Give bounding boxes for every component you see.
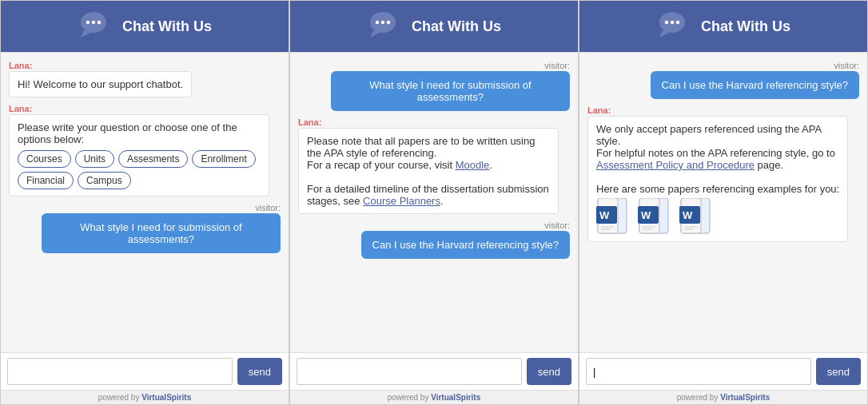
chat-input-2[interactable]	[297, 358, 522, 385]
chat-icon-1	[78, 9, 113, 44]
visitor-label-1: visitor:	[255, 203, 281, 212]
doc-icon-1: W	[596, 198, 628, 235]
send-button-2[interactable]: send	[527, 358, 571, 385]
bot-row-1: Lana: Hi! Welcome to our support chatbot…	[9, 61, 281, 97]
visitor-row-2: visitor: What style I need for submissio…	[298, 61, 570, 111]
svg-text:W: W	[683, 209, 693, 221]
visitor-message-2: What style I need for submission of asse…	[331, 71, 570, 111]
svg-point-13	[671, 21, 674, 24]
brand-1: VirtualSpirits	[141, 393, 191, 402]
sender-label-3: Lana:	[298, 117, 321, 127]
chat-footer-3: send	[579, 353, 867, 390]
option-campus[interactable]: Campus	[78, 172, 131, 189]
svg-point-7	[376, 21, 379, 24]
option-units[interactable]: Units	[75, 150, 114, 168]
chat-title-2: Chat With Us	[412, 18, 501, 35]
svg-point-14	[676, 21, 679, 24]
bot-row-3: Lana: Please note that all papers are to…	[298, 117, 570, 214]
visitor-label-3: visitor:	[544, 220, 570, 230]
doc-icon-2: W	[638, 198, 670, 235]
svg-point-9	[387, 21, 390, 24]
brand-3: VirtualSpirits	[720, 393, 770, 402]
sender-label-4: Lana:	[587, 105, 611, 115]
chat-header-1: Chat With Us	[1, 1, 289, 52]
chat-input-1[interactable]	[7, 358, 233, 385]
chat-input-3[interactable]	[586, 358, 811, 385]
send-button-1[interactable]: send	[237, 358, 282, 385]
svg-point-2	[86, 21, 90, 24]
option-assesments[interactable]: Assesments	[118, 150, 188, 168]
chat-footer-2: send	[290, 353, 578, 390]
chat-title-3: Chat With Us	[701, 18, 790, 35]
chat-footer-1: send	[1, 353, 289, 390]
visitor-label-4: visitor:	[834, 61, 859, 70]
moodle-link[interactable]: Moodle	[456, 159, 490, 171]
chat-body-2: visitor: What style I need for submissio…	[290, 52, 578, 353]
doc-icon-3: W	[679, 198, 711, 235]
bot-message-4: We only accept papers referenced using t…	[587, 116, 848, 242]
powered-bar-1: powered by VirtualSpirits	[1, 390, 289, 404]
svg-text:W: W	[599, 209, 610, 221]
visitor-label-2: visitor:	[544, 61, 570, 70]
visitor-message-4: Can I use the Harvard referencing style?	[651, 71, 859, 99]
bot-message-3: Please note that all papers are to be wr…	[298, 128, 559, 214]
brand-2: VirtualSpirits	[431, 393, 480, 402]
chat-icon-3	[656, 9, 691, 44]
visitor-row-1: visitor: What style I need for submissio…	[9, 203, 281, 253]
chat-header-3: Chat With Us	[579, 1, 867, 52]
svg-point-12	[665, 21, 668, 24]
option-financial[interactable]: Financial	[18, 172, 74, 189]
course-planners-link[interactable]: Course Planners	[363, 195, 440, 207]
chat-panel-1: Chat With Us Lana: Hi! Welcome to our su…	[0, 0, 289, 405]
send-button-3[interactable]: send	[816, 358, 861, 385]
svg-point-8	[381, 21, 384, 24]
visitor-message-3: Can I use the Harvard referencing style?	[361, 231, 570, 259]
bot-message-2: Please write your question or choose one…	[9, 114, 269, 197]
assessment-policy-link[interactable]: Assessment Policy and Procedure	[596, 159, 755, 171]
visitor-message-1: What style I need for submission of asse…	[42, 213, 281, 253]
option-courses[interactable]: Courses	[18, 150, 71, 168]
sender-label-2: Lana:	[9, 104, 32, 113]
chat-panel-2: Chat With Us visitor: What style I need …	[289, 0, 579, 405]
chat-body-3: visitor: Can I use the Harvard referenci…	[579, 52, 867, 353]
svg-text:W: W	[641, 209, 651, 221]
powered-bar-2: powered by VirtualSpirits	[290, 390, 578, 404]
bot-message-1: Hi! Welcome to our support chatbot.	[9, 71, 192, 97]
chat-header-2: Chat With Us	[290, 1, 578, 52]
option-enrollment[interactable]: Enrollment	[192, 150, 255, 168]
chat-body-1: Lana: Hi! Welcome to our support chatbot…	[1, 52, 289, 353]
visitor-row-4: visitor: Can I use the Harvard referenci…	[587, 61, 859, 99]
sender-label-1: Lana:	[9, 61, 32, 70]
chat-panel-3: Chat With Us visitor: Can I use the Harv…	[579, 0, 868, 405]
svg-point-4	[98, 21, 101, 24]
doc-icons: W W	[596, 198, 839, 235]
option-buttons: Courses Units Assesments Enrollment Fina…	[18, 150, 261, 189]
chat-icon-2	[367, 9, 402, 44]
bot-row-2: Lana: Please write your question or choo…	[9, 104, 281, 197]
visitor-row-3: visitor: Can I use the Harvard referenci…	[298, 220, 570, 259]
powered-bar-3: powered by VirtualSpirits	[579, 390, 867, 404]
chat-title-1: Chat With Us	[122, 18, 212, 35]
svg-point-3	[92, 21, 95, 24]
bot-row-4: Lana: We only accept papers referenced u…	[587, 105, 859, 242]
